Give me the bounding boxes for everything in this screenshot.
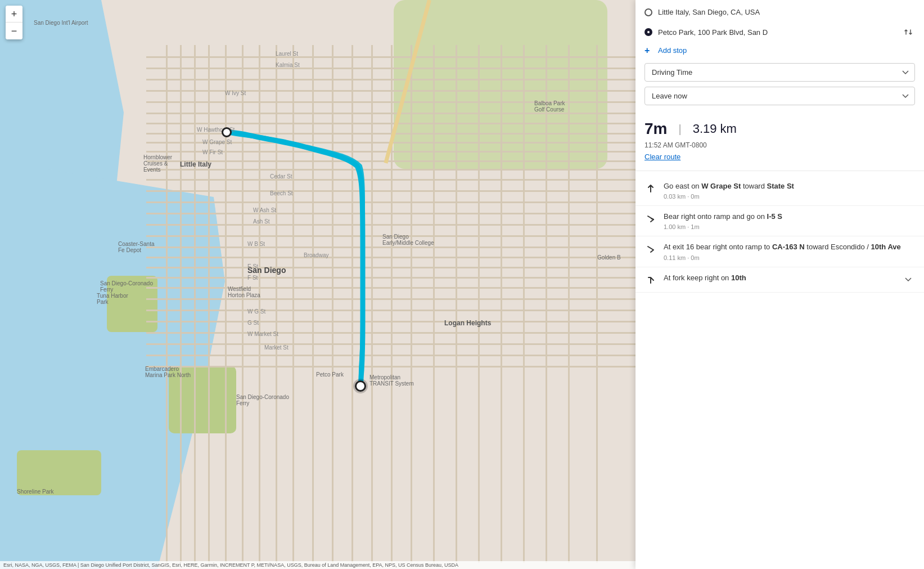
direction-content-3: At exit 16 bear right onto ramp to CA-16… xyxy=(664,242,915,261)
zoom-out-button[interactable]: − xyxy=(6,23,22,39)
road xyxy=(225,45,227,563)
direction-item: Bear right onto ramp and go on I-5 S 1.0… xyxy=(635,206,924,236)
map-attribution: Esri, NASA, NGA, USGS, FEMA | San Diego … xyxy=(0,561,635,569)
road xyxy=(433,45,435,563)
road xyxy=(180,45,182,563)
destination-marker xyxy=(355,380,366,392)
separator: | xyxy=(678,123,681,136)
road xyxy=(546,45,547,563)
direction-item: Go east on W Grape St toward State St 0.… xyxy=(635,176,924,206)
swap-button[interactable] xyxy=(902,25,915,39)
origin-marker xyxy=(222,127,232,137)
direction-meta-2: 1.00 km · 1m xyxy=(664,223,915,230)
direction-content-1: Go east on W Grape St toward State St 0.… xyxy=(664,181,915,200)
time-distance-row: 7m | 3.19 km xyxy=(644,120,915,138)
park-shoreline xyxy=(17,450,101,495)
direction-text-2: Bear right onto ramp and go on I-5 S xyxy=(664,212,915,222)
petco-label: Petco Park xyxy=(316,371,344,378)
road xyxy=(259,45,260,563)
route-distance: 3.19 km xyxy=(693,122,737,136)
road xyxy=(568,45,570,563)
add-stop-icon: + xyxy=(644,46,653,55)
road xyxy=(371,45,373,563)
road xyxy=(312,45,314,563)
zoom-in-button[interactable]: + xyxy=(6,6,22,23)
road xyxy=(391,45,393,563)
travel-mode-row: Driving Time Driving Distance Walking Ti… xyxy=(635,60,924,84)
expand-button-4[interactable] xyxy=(902,273,915,286)
depart-time-row: Leave now Depart at Arrive by xyxy=(635,84,924,111)
destination-row: Petco Park, 100 Park Blvd, San D xyxy=(635,21,924,42)
route-summary: 7m | 3.19 km 11:52 AM GMT-0800 Clear rou… xyxy=(635,111,924,171)
direction-content-4: At fork keep right on 10th xyxy=(664,273,895,283)
route-time: 7m xyxy=(644,120,667,138)
road xyxy=(501,45,502,563)
direction-item: At fork keep right on 10th xyxy=(635,267,924,293)
arrival-time: 11:52 AM GMT-0800 xyxy=(644,141,915,149)
origin-icon xyxy=(644,8,652,16)
direction-icon-3 xyxy=(644,243,657,256)
add-stop-label: Add stop xyxy=(658,46,687,55)
direction-content-2: Bear right onto ramp and go on I-5 S 1.0… xyxy=(664,212,915,230)
road xyxy=(456,45,457,563)
road xyxy=(596,45,598,563)
road xyxy=(351,45,353,563)
clear-route-button[interactable]: Clear route xyxy=(644,153,680,161)
road xyxy=(411,45,412,563)
direction-meta-3: 0.11 km · 0m xyxy=(664,254,915,261)
direction-text-4: At fork keep right on 10th xyxy=(664,273,895,283)
road xyxy=(242,45,244,563)
road xyxy=(166,45,168,563)
travel-mode-select[interactable]: Driving Time Driving Distance Walking Ti… xyxy=(644,63,915,82)
direction-meta-1: 0.03 km · 0m xyxy=(664,193,915,200)
road xyxy=(208,45,210,563)
park-tuna xyxy=(107,276,157,332)
road xyxy=(523,45,525,563)
direction-text-1: Go east on W Grape St toward State St xyxy=(664,181,915,191)
coronado-ferry-label: San Diego-CoronadoFerry xyxy=(236,394,289,406)
road xyxy=(478,45,480,563)
direction-text-3: At exit 16 bear right onto ramp to CA-16… xyxy=(664,242,915,252)
destination-text: Petco Park, 100 Park Blvd, San D xyxy=(658,28,896,37)
road xyxy=(292,45,294,563)
destination-icon xyxy=(644,28,652,36)
depart-time-select[interactable]: Leave now Depart at Arrive by xyxy=(644,87,915,105)
road xyxy=(194,45,196,563)
direction-item: At exit 16 bear right onto ramp to CA-16… xyxy=(635,236,924,267)
road xyxy=(332,45,333,563)
origin-text: Little Italy, San Diego, CA, USA xyxy=(658,8,915,16)
origin-row: Little Italy, San Diego, CA, USA xyxy=(635,0,924,21)
direction-icon-4 xyxy=(644,274,657,286)
direction-icon-1 xyxy=(644,182,657,195)
route-panel: Little Italy, San Diego, CA, USA Petco P… xyxy=(635,0,924,569)
road xyxy=(276,45,277,563)
zoom-controls: + − xyxy=(6,6,22,39)
add-stop-row[interactable]: + Add stop xyxy=(635,42,924,60)
directions-list[interactable]: Go east on W Grape St toward State St 0.… xyxy=(635,171,924,569)
direction-icon-2 xyxy=(644,213,657,225)
